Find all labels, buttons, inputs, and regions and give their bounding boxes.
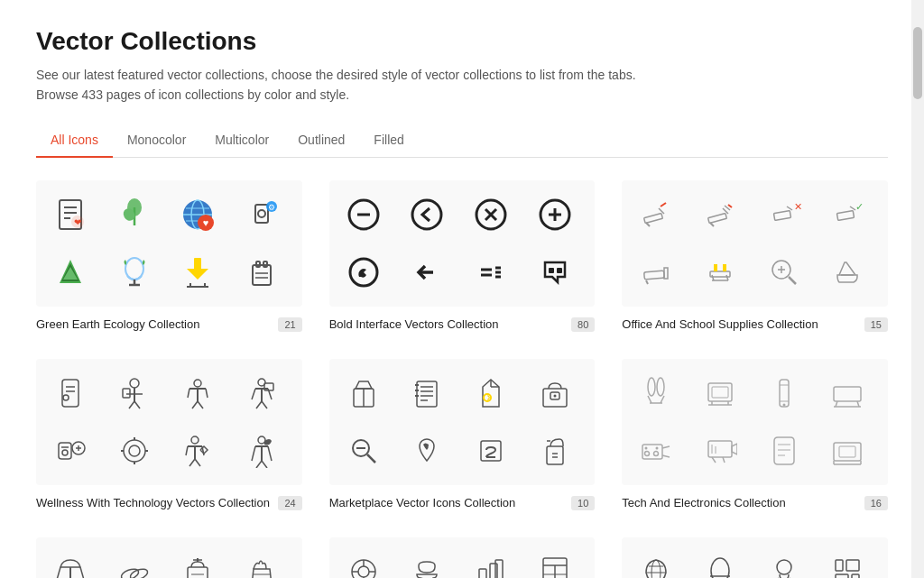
- svg-line-152: [367, 454, 375, 463]
- svg-line-74: [726, 275, 728, 280]
- svg-point-225: [358, 566, 369, 577]
- icon-cell: [464, 545, 518, 578]
- svg-rect-66: [837, 210, 855, 220]
- svg-point-161: [657, 378, 664, 396]
- collection-name: Marketplace Vector Icons Collection: [329, 496, 571, 509]
- svg-line-132: [256, 461, 262, 468]
- icon-cell: [107, 424, 162, 478]
- icon-cell: [43, 424, 97, 478]
- svg-line-175: [836, 401, 837, 407]
- icon-cell: [400, 545, 454, 578]
- svg-line-73: [712, 275, 714, 280]
- svg-rect-52: [549, 268, 554, 273]
- svg-line-90: [129, 401, 134, 408]
- svg-line-79: [789, 277, 796, 284]
- icon-cell: [43, 245, 97, 299]
- tab-monocolor[interactable]: Monocolor: [113, 124, 200, 158]
- icon-cell: [693, 188, 747, 242]
- collection-footer: Green Earth Ecology Collection 21: [36, 317, 302, 332]
- svg-line-91: [134, 401, 140, 408]
- tabs-container: All Icons Monocolor Multicolor Outlined …: [36, 124, 888, 158]
- svg-line-99: [198, 401, 203, 408]
- icon-cell: ✓: [820, 188, 874, 242]
- collection-count: 80: [571, 317, 595, 332]
- collection-footer: Tech And Electronics Collection 16: [622, 496, 888, 510]
- collection-count: 15: [864, 317, 888, 332]
- icon-cell: [820, 424, 874, 478]
- icon-cell: [400, 188, 454, 242]
- page-subtitle: See our latest featured vector collectio…: [36, 65, 888, 106]
- icon-cell: [107, 245, 162, 299]
- svg-rect-261: [852, 574, 859, 578]
- svg-point-93: [194, 380, 201, 387]
- icon-cell: [629, 188, 683, 242]
- svg-rect-204: [188, 567, 208, 578]
- icon-cell: [820, 545, 874, 578]
- icon-cell: [107, 188, 162, 242]
- icon-cell: [528, 366, 582, 420]
- collection-card: Marketplace Vector Icons Collection 10: [329, 359, 596, 510]
- svg-point-120: [191, 436, 199, 444]
- svg-point-109: [62, 450, 68, 455]
- collection-count: 10: [571, 496, 595, 510]
- svg-point-86: [63, 395, 69, 400]
- icon-cell: [528, 545, 582, 578]
- icon-cell: [528, 424, 582, 478]
- svg-rect-69: [644, 271, 665, 280]
- svg-point-254: [777, 560, 791, 574]
- icon-cell: [235, 366, 289, 420]
- collections-grid: ❤: [36, 180, 888, 578]
- icon-cell: [400, 245, 454, 299]
- svg-point-184: [656, 446, 659, 449]
- icon-cell: [400, 366, 454, 420]
- tab-multicolor[interactable]: Multicolor: [200, 124, 283, 158]
- tab-outlined[interactable]: Outlined: [283, 124, 359, 158]
- icon-cell: [171, 545, 225, 578]
- svg-rect-258: [836, 560, 843, 571]
- collection-card: Bold Interface Vectors Collection 80: [329, 180, 596, 332]
- tab-all-icons[interactable]: All Icons: [36, 124, 113, 158]
- icon-cell: [693, 245, 747, 299]
- svg-rect-58: [708, 213, 727, 223]
- svg-point-17: [258, 210, 265, 217]
- icon-cell: [464, 424, 518, 478]
- scrollbar-thumb[interactable]: [913, 27, 922, 99]
- svg-point-183: [645, 446, 648, 449]
- icon-cell: [528, 245, 582, 299]
- svg-rect-53: [557, 268, 562, 273]
- svg-rect-170: [780, 380, 789, 407]
- tab-filled[interactable]: Filled: [359, 124, 418, 158]
- collection-footer: Bold Interface Vectors Collection 80: [329, 317, 596, 332]
- scrollbar-track[interactable]: [911, 0, 924, 578]
- svg-point-179: [645, 451, 650, 455]
- svg-line-95: [188, 389, 189, 398]
- svg-line-106: [262, 401, 267, 408]
- icon-cell: [43, 366, 97, 420]
- icon-cell: [171, 245, 225, 299]
- collection-name: Green Earth Ecology Collection: [36, 317, 278, 331]
- collection-name: Office And School Supplies Collection: [622, 317, 864, 331]
- svg-point-127: [258, 436, 265, 444]
- svg-line-62: [728, 205, 732, 207]
- icon-cell: [757, 245, 811, 299]
- icon-cell: [528, 188, 582, 242]
- svg-line-130: [268, 446, 272, 461]
- collection-card: ❤: [36, 180, 302, 332]
- icon-cell: ❤: [43, 188, 97, 242]
- icon-cell: ⚙: [235, 188, 289, 242]
- collection-icons-grid: [329, 537, 596, 578]
- svg-rect-156: [547, 446, 563, 464]
- icon-cell: [820, 366, 874, 420]
- svg-line-200: [57, 567, 60, 578]
- svg-rect-31: [253, 265, 271, 285]
- collection-name: Bold Interface Vectors Collection: [329, 317, 571, 331]
- svg-line-105: [256, 401, 262, 408]
- svg-line-182: [662, 455, 670, 457]
- svg-line-176: [857, 401, 859, 407]
- svg-line-71: [646, 280, 648, 284]
- svg-line-64: [787, 206, 792, 210]
- collection-count: 24: [278, 496, 301, 510]
- collection-icons-grid: [36, 359, 302, 485]
- svg-line-122: [186, 446, 188, 455]
- icon-cell: [757, 366, 811, 420]
